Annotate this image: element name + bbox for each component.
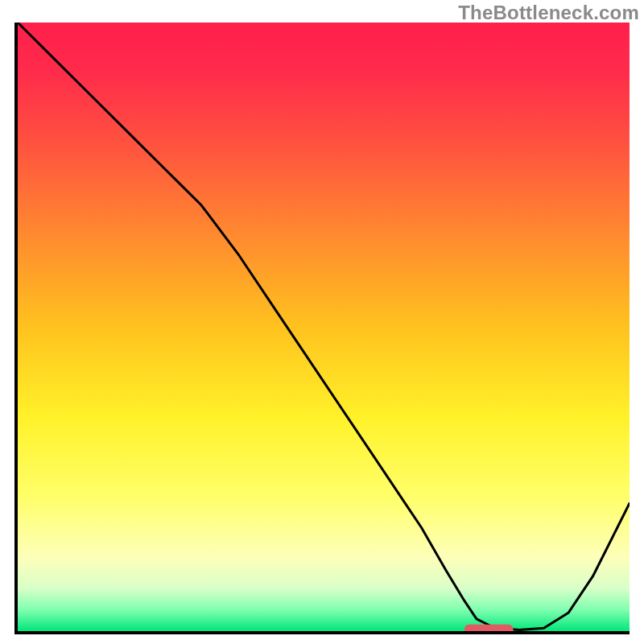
chart-container: TheBottleneck.com (0, 0, 644, 644)
plot-axes (14, 23, 630, 634)
chart-svg (18, 23, 630, 631)
highlight-marker (464, 625, 514, 631)
watermark-text: TheBottleneck.com (458, 2, 639, 24)
plot-area (18, 23, 630, 631)
